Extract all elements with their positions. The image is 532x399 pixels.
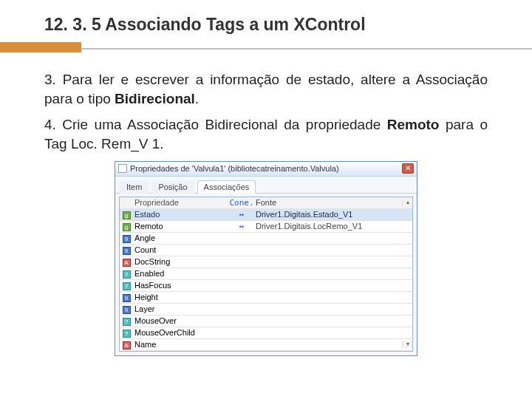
type-icon: 9: [123, 294, 131, 302]
properties-grid: Propriedade Cone. Fonte ▴ gEstado↔Driver…: [119, 197, 413, 352]
cell-cone: ↔: [229, 222, 254, 231]
cell-prop: MouseOver: [133, 316, 229, 325]
cell-cone: ↔: [229, 210, 254, 219]
table-row[interactable]: 9Count: [120, 245, 412, 256]
cell-prop: Estado: [133, 210, 229, 219]
cell-prop: HasFocus: [133, 281, 229, 290]
body-paragraph-1: 3. Para ler e escrever a informação de e…: [44, 70, 488, 108]
type-icon: g: [123, 211, 131, 219]
cell-prop: DocString: [133, 257, 229, 266]
table-row[interactable]: ADocString: [120, 256, 412, 268]
table-row[interactable]: 9Angle: [120, 233, 412, 245]
type-icon: ?: [123, 318, 131, 326]
body-text: 4. Crie uma Associação Bidirecional da p…: [44, 117, 387, 132]
type-icon: 9: [123, 235, 131, 243]
scroll-down-icon[interactable]: ▾: [403, 341, 412, 348]
type-icon: 9: [123, 247, 131, 255]
type-icon: ?: [123, 282, 131, 290]
tab-item[interactable]: Item: [120, 180, 149, 194]
grid-header: Propriedade Cone. Fonte ▴: [120, 197, 412, 209]
cell-prop: Layer: [133, 304, 229, 313]
type-icon: ?: [123, 270, 131, 279]
cell-prop: MouseOverChild: [133, 328, 229, 337]
body-text: .: [195, 91, 199, 106]
table-row[interactable]: ?MouseOver: [120, 316, 412, 327]
tab-posicao[interactable]: Posição: [151, 180, 194, 194]
cell-prop: Enabled: [133, 269, 229, 278]
cell-prop: Height: [133, 293, 229, 301]
properties-dialog: Propriedades de 'Valvula1' (bibliotecatr…: [115, 161, 417, 356]
cell-font: Driver1.Digitais.LocRemo_V1: [254, 222, 402, 231]
dialog-tabs: Item Posição Associações: [115, 177, 417, 194]
table-row[interactable]: ?HasFocus: [120, 280, 412, 292]
heading-rule: [30, 42, 502, 55]
dialog-icon: [118, 164, 127, 173]
dialog-titlebar[interactable]: Propriedades de 'Valvula1' (bibliotecatr…: [115, 162, 417, 177]
body-bold: Remoto: [387, 117, 440, 132]
table-row[interactable]: gEstado↔Driver1.Digitais.Estado_V1: [120, 209, 412, 221]
body-text: 3. Para ler e escrever a informação de e…: [44, 72, 488, 106]
table-row[interactable]: ?Enabled: [120, 268, 412, 280]
cell-prop: Remoto: [133, 222, 229, 231]
type-icon: A: [123, 259, 131, 267]
body-bold: Bidirecional: [115, 91, 195, 106]
column-prop[interactable]: Propriedade: [133, 198, 229, 207]
close-button[interactable]: ✕: [402, 163, 414, 174]
column-font[interactable]: Fonte: [254, 198, 402, 207]
dialog-title: Propriedades de 'Valvula1' (bibliotecatr…: [130, 164, 339, 173]
type-icon: ?: [123, 330, 131, 338]
body-paragraph-2: 4. Crie uma Associação Bidirecional da p…: [44, 115, 488, 153]
column-cone[interactable]: Cone.: [229, 198, 254, 208]
table-row[interactable]: ?MouseOverChild: [120, 327, 412, 339]
scroll-up-icon[interactable]: ▴: [403, 199, 412, 206]
type-icon: 9: [123, 306, 131, 314]
cell-prop: Angle: [133, 233, 229, 242]
tab-associacoes[interactable]: Associações: [197, 180, 256, 194]
cell-prop: Count: [133, 245, 229, 254]
cell-font: Driver1.Digitais.Estado_V1: [254, 210, 402, 219]
type-icon: g: [123, 223, 131, 231]
type-icon: A: [123, 341, 131, 349]
cell-prop: Name: [133, 340, 229, 349]
table-row[interactable]: 9Layer: [120, 304, 412, 316]
slide-heading: 12. 3. 5 Associando Tags a um XControl: [44, 15, 502, 35]
table-row[interactable]: gRemoto↔Driver1.Digitais.LocRemo_V1: [120, 221, 412, 233]
table-row[interactable]: AName▾: [120, 339, 412, 351]
table-row[interactable]: 9Height: [120, 292, 412, 304]
